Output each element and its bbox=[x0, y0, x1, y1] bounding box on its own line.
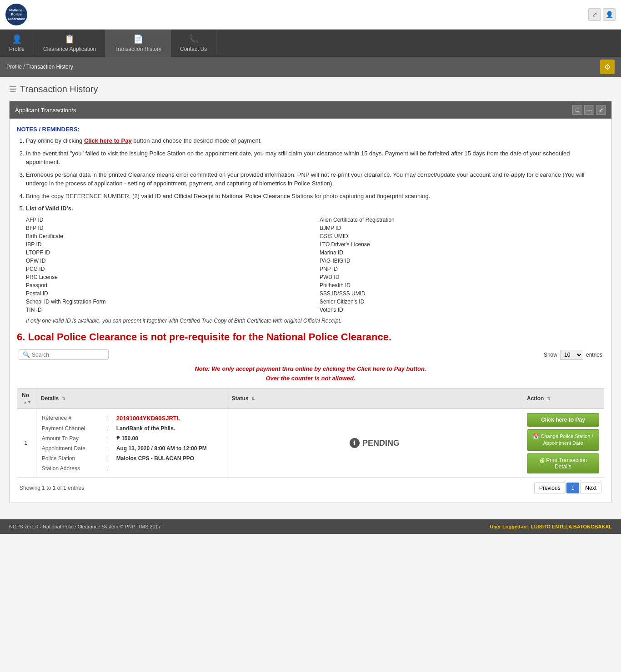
payment-note: Note: We only accept payment thru online… bbox=[17, 364, 604, 383]
id-item: Philhealth ID bbox=[320, 281, 604, 289]
transactions-table: No ▲▼ Details ⇅ Status ⇅ Action bbox=[17, 388, 604, 478]
colon-3: : bbox=[106, 434, 115, 443]
status-sort-icon[interactable]: ⇅ bbox=[251, 397, 255, 401]
id-item: Alien Certificate of Registration bbox=[320, 216, 604, 224]
card-minimize-button[interactable]: — bbox=[584, 105, 594, 115]
appointment-value: Aug 13, 2020 / 8:00 AM to 12:00 PM bbox=[116, 444, 221, 453]
colon-6: : bbox=[106, 464, 115, 473]
footer-copyright: NCPS ver1.0 - National Police Clearance … bbox=[9, 524, 161, 529]
expand-icon[interactable]: ⤢ bbox=[588, 8, 601, 21]
address-label: Station Address bbox=[42, 464, 105, 473]
card-maximize-button[interactable]: ⤢ bbox=[596, 105, 606, 115]
nav-item-contact[interactable]: 📞 Contact Us bbox=[171, 30, 216, 57]
nav-label-clearance: Clearance Application bbox=[43, 46, 96, 52]
id-item: Voter's ID bbox=[320, 306, 604, 314]
pending-text: PENDING bbox=[362, 438, 400, 448]
breadcrumb-home[interactable]: Profile bbox=[6, 64, 22, 70]
reference-label: Reference # bbox=[42, 413, 105, 423]
row-status: ℹ PENDING bbox=[227, 408, 522, 478]
row-details: Reference # : 20191004YKD90SJRTL Payment… bbox=[36, 408, 227, 478]
logo-icon: National PoliceClearance bbox=[5, 4, 27, 25]
id-item: Passport bbox=[26, 281, 310, 289]
nav-item-transaction[interactable]: 📄 Transaction History bbox=[105, 30, 171, 57]
id-item: PCG ID bbox=[26, 265, 310, 273]
breadcrumb-bar: Profile / Transaction History ⚙ bbox=[0, 57, 621, 77]
id-item: GSIS UMID bbox=[320, 232, 604, 240]
details-sort-icon[interactable]: ⇅ bbox=[62, 397, 65, 401]
settings-gear-button[interactable]: ⚙ bbox=[600, 60, 615, 74]
id-item: Marina ID bbox=[320, 249, 604, 257]
contact-nav-icon: 📞 bbox=[189, 34, 199, 44]
pagination: Previous 1 Next bbox=[534, 483, 601, 493]
no-sort-icon[interactable]: ▲▼ bbox=[23, 400, 31, 404]
id-item: PAG-IBIG ID bbox=[320, 257, 604, 265]
table-controls: 🔍 Show 10 25 50 100 entries bbox=[17, 349, 604, 360]
main-card: Applicant Transaction/s □ — ⤢ NOTES / RE… bbox=[9, 101, 612, 503]
page-container: ☰ Transaction History Applicant Transact… bbox=[0, 77, 621, 510]
card-restore-button[interactable]: □ bbox=[572, 105, 582, 115]
previous-page-button[interactable]: Previous bbox=[534, 483, 566, 493]
payment-note-line1: Note: We only accept payment thru online… bbox=[17, 364, 604, 374]
row-action: Click here to Pay 📅 Change Police Statio… bbox=[522, 408, 604, 478]
page-title-text: Transaction History bbox=[20, 84, 98, 95]
colon-5: : bbox=[106, 454, 115, 463]
card-header: Applicant Transaction/s □ — ⤢ bbox=[10, 101, 611, 119]
search-box: 🔍 bbox=[19, 349, 109, 360]
search-icon: 🔍 bbox=[23, 351, 30, 358]
user-icon[interactable]: 👤 bbox=[603, 8, 616, 21]
id-item: LTOPF ID bbox=[26, 249, 310, 257]
print-transaction-button[interactable]: 🖨 Print Transaction Details bbox=[527, 453, 599, 473]
table-row: 1. Reference # : 20191004YKD90SJRTL bbox=[17, 408, 604, 478]
clearance-nav-icon: 📋 bbox=[65, 34, 75, 44]
id-item: School ID with Registration Form bbox=[26, 298, 310, 306]
notes-title: NOTES / REMINDERS: bbox=[17, 126, 604, 133]
nav-label-transaction: Transaction History bbox=[115, 46, 161, 52]
detail-address-row: Station Address : bbox=[42, 464, 221, 473]
next-page-button[interactable]: Next bbox=[580, 483, 601, 493]
detail-station-row: Police Station : Malolos CPS - BULACAN P… bbox=[42, 454, 221, 463]
nav-bar: 👤 Profile 📋 Clearance Application 📄 Tran… bbox=[0, 30, 621, 57]
id-item: LTO Driver's License bbox=[320, 240, 604, 249]
action-sort-icon[interactable]: ⇅ bbox=[547, 397, 551, 401]
entries-select[interactable]: 10 25 50 100 bbox=[560, 350, 583, 360]
profile-nav-icon: 👤 bbox=[12, 34, 22, 44]
id-note: If only one valid ID is available, you c… bbox=[26, 317, 604, 325]
detail-appointment-row: Appointment Date : Aug 13, 2020 / 8:00 A… bbox=[42, 444, 221, 453]
payment-channel-label: Payment Channel bbox=[42, 424, 105, 433]
logo-area: National PoliceClearance bbox=[5, 4, 27, 25]
top-header: National PoliceClearance ⤢ 👤 bbox=[0, 0, 621, 30]
note-item-1: Pay online by clicking Click here to Pay… bbox=[26, 136, 604, 145]
page-1-button[interactable]: 1 bbox=[566, 483, 580, 493]
colon-1: : bbox=[106, 413, 115, 423]
nav-item-profile[interactable]: 👤 Profile bbox=[0, 30, 34, 57]
entries-control: Show 10 25 50 100 entries bbox=[544, 350, 602, 360]
col-status: Status ⇅ bbox=[227, 388, 522, 408]
nav-item-clearance[interactable]: 📋 Clearance Application bbox=[34, 30, 105, 57]
id-item: PRC License bbox=[26, 273, 310, 281]
click-here-to-pay-button[interactable]: Click here to Pay bbox=[527, 413, 599, 427]
change-police-station-button[interactable]: 📅 Change Police Station / Appointment Da… bbox=[527, 429, 599, 451]
id-item: Birth Certificate bbox=[26, 232, 310, 240]
note-item-5: List of Valid ID's. AFP ID BFP ID Birth … bbox=[26, 204, 604, 325]
id-item: IBP ID bbox=[26, 240, 310, 249]
col-action: Action ⇅ bbox=[522, 388, 604, 408]
nav-label-profile: Profile bbox=[9, 46, 25, 52]
id-item: BFP ID bbox=[26, 224, 310, 232]
change-button-label: Change Police Station / Appointment Date bbox=[541, 433, 593, 446]
valid-ids-grid: AFP ID BFP ID Birth Certificate IBP ID L… bbox=[26, 216, 604, 314]
amount-label: Amount To Pay bbox=[42, 434, 105, 443]
payment-channel-value: LandBank of the Phils. bbox=[116, 424, 221, 433]
breadcrumb: Profile / Transaction History bbox=[6, 64, 73, 70]
detail-amount-row: Amount To Pay : ₱ 150.00 bbox=[42, 434, 221, 443]
amount-value: ₱ 150.00 bbox=[116, 434, 221, 443]
click-here-to-pay-link[interactable]: Click here to Pay bbox=[84, 137, 132, 144]
address-value bbox=[116, 464, 221, 473]
footer-user: User Logged-in : LUISITO ENTELA BATONGBA… bbox=[490, 524, 612, 529]
nav-label-contact: Contact Us bbox=[180, 46, 207, 52]
search-input[interactable] bbox=[32, 352, 105, 358]
id-item: AFP ID bbox=[26, 216, 310, 224]
transaction-nav-icon: 📄 bbox=[133, 34, 143, 44]
print-icon: 🖨 bbox=[539, 457, 545, 463]
ids-col2: Alien Certificate of Registration BJMP I… bbox=[320, 216, 604, 314]
table-footer: Showing 1 to 1 of 1 entries Previous 1 N… bbox=[17, 478, 604, 495]
